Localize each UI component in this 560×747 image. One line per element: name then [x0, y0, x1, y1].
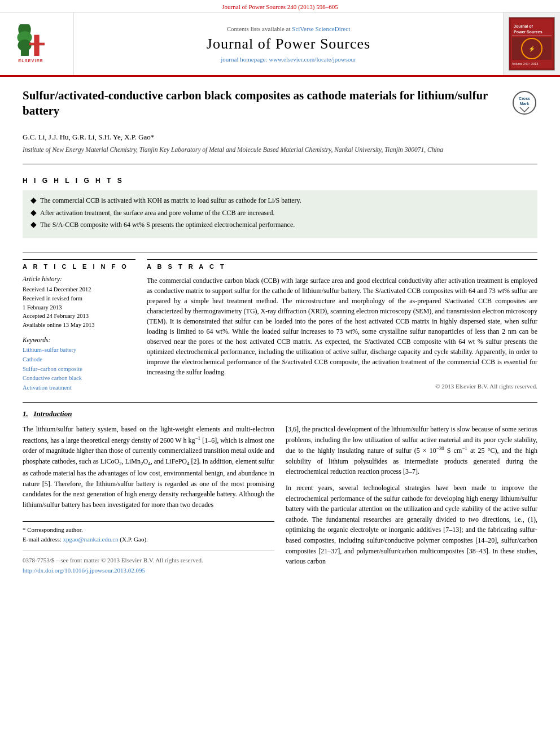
keyword-1: Lithium–sulfur battery [23, 346, 135, 355]
top-banner: Journal of Power Sources 240 (2013) 598–… [0, 0, 560, 12]
article-content: Sulfur/activated-conductive carbon black… [0, 77, 560, 587]
divider-1 [23, 164, 537, 164]
svg-text:⚡: ⚡ [528, 45, 536, 53]
journal-cover-image: Journal of Power Sources ⚡ Volume 240 • … [509, 17, 555, 71]
bottom-info: 0378-7753/$ – see front matter © 2013 El… [23, 551, 274, 575]
issn-line: 0378-7753/$ – see front matter © 2013 El… [23, 556, 274, 565]
crossmark-icon: Cross Mark [512, 90, 537, 115]
elsevier-logo-area: ELSEVIER [0, 12, 73, 75]
svg-text:Mark: Mark [520, 102, 529, 106]
authors-text: G.C. Li, J.J. Hu, G.R. Li, S.H. Ye, X.P.… [23, 133, 154, 141]
abstract-header: A B S T R A C T [147, 259, 537, 270]
homepage-url: www.elsevier.com/locate/jpowsour [269, 56, 356, 63]
divider-2 [23, 252, 537, 252]
article-title: Sulfur/activated-conductive carbon black… [23, 88, 504, 119]
article-info-col: A R T I C L E I N F O Article history: R… [23, 259, 135, 393]
highlight-text-1: The commercial CCB is activated with KOH… [40, 196, 301, 206]
corresponding-author-label: * Corresponding author. [23, 525, 274, 535]
journal-cover-area: Journal of Power Sources ⚡ Volume 240 • … [504, 12, 560, 75]
abstract-col: A B S T R A C T The commercial conductiv… [147, 259, 537, 393]
bullet-1: ◆ [30, 196, 37, 206]
highlights-section: H I G H L I G H T S ◆ The commercial CCB… [23, 171, 537, 244]
keywords-title: Keywords: [23, 337, 135, 343]
received-revised-label: Received in revised form [23, 294, 135, 303]
svg-text:Journal of: Journal of [514, 24, 533, 28]
abstract-text: The commercial conductive carbon black (… [147, 276, 537, 377]
keywords-section: Keywords: Lithium–sulfur battery Cathode… [23, 337, 135, 393]
email-footnote: E-mail address: xpgao@nankai.edu.cn (X.P… [23, 535, 274, 544]
history-title: Article history: [23, 276, 135, 282]
doi-link[interactable]: http://dx.doi.org/10.1016/j.jpowsour.201… [23, 567, 145, 574]
elsevier-logo: ELSEVIER [14, 24, 59, 64]
email-link[interactable]: xpgao@nankai.edu.cn [63, 536, 118, 543]
copyright-line: © 2013 Elsevier B.V. All rights reserved… [147, 383, 537, 390]
highlight-item-1: ◆ The commercial CCB is activated with K… [30, 196, 530, 206]
email-suffix: (X.P. Gao). [120, 536, 148, 543]
sciverse-link[interactable]: SciVerse ScienceDirect [292, 25, 350, 32]
svg-rect-11 [512, 36, 552, 36]
received-date: Received 14 December 2012 [23, 285, 135, 294]
journal-homepage: journal homepage: www.elsevier.com/locat… [221, 56, 356, 63]
keyword-3: Sulfur–carbon composite [23, 365, 135, 374]
highlight-text-3: The S/A-CCB composite with 64 wt% S pres… [40, 220, 295, 230]
bullet-3: ◆ [30, 220, 37, 230]
divider-3 [23, 402, 537, 403]
section1-number: 1. [23, 409, 28, 418]
section1-title: Introduction [34, 409, 72, 418]
intro-left-para: The lithium/sulfur battery system, based… [23, 424, 274, 510]
body-left-col: The lithium/sulfur battery system, based… [23, 424, 274, 575]
keyword-5: Activation treatment [23, 383, 135, 393]
accepted-date: Accepted 24 February 2013 [23, 312, 135, 321]
article-info-abstract-section: A R T I C L E I N F O Article history: R… [23, 259, 537, 393]
highlights-box: ◆ The commercial CCB is activated with K… [23, 190, 537, 238]
revised-date: 1 February 2013 [23, 303, 135, 312]
email-label: E-mail address: [23, 536, 62, 543]
journal-header-center: Contents lists available at SciVerse Sci… [73, 12, 504, 75]
article-info-header: A R T I C L E I N F O [23, 259, 135, 270]
highlight-text-2: After activation treatment, the surface … [40, 208, 274, 218]
page-wrapper: Journal of Power Sources 240 (2013) 598–… [0, 0, 560, 587]
intro-right-para-2: In recent years, several technological s… [286, 483, 537, 567]
elsevier-tree-icon: ELSEVIER [14, 24, 59, 64]
svg-text:Cross: Cross [519, 97, 530, 101]
section1-heading: 1. Introduction [23, 409, 537, 418]
highlights-title: H I G H L I G H T S [23, 177, 537, 185]
intro-right-para-1: [3,6], the practical development of the … [286, 424, 537, 477]
keyword-4: Conductive carbon black [23, 374, 135, 383]
authors-line: G.C. Li, J.J. Hu, G.R. Li, S.H. Ye, X.P.… [23, 133, 537, 142]
article-title-section: Sulfur/activated-conductive carbon black… [23, 88, 537, 125]
journal-citation: Journal of Power Sources 240 (2013) 598–… [222, 3, 338, 10]
highlight-item-3: ◆ The S/A-CCB composite with 64 wt% S pr… [30, 220, 530, 230]
sciverse-line: Contents lists available at SciVerse Sci… [227, 25, 350, 32]
body-two-col: The lithium/sulfur battery system, based… [23, 424, 537, 575]
footnote-area: * Corresponding author. E-mail address: … [23, 521, 274, 544]
svg-text:Power Sources: Power Sources [514, 30, 542, 34]
svg-text:Volume 240 • 2013: Volume 240 • 2013 [512, 62, 538, 65]
body-right-col: [3,6], the practical development of the … [286, 424, 537, 575]
available-date: Available online 13 May 2013 [23, 321, 135, 330]
highlight-item-2: ◆ After activation treatment, the surfac… [30, 208, 530, 218]
bullet-2: ◆ [30, 208, 37, 218]
keyword-2: Cathode [23, 355, 135, 365]
svg-rect-5 [29, 42, 45, 45]
sciverse-label: Contents lists available at [227, 25, 291, 32]
journal-header: ELSEVIER Contents lists available at Sci… [0, 12, 560, 77]
homepage-label: journal homepage: [221, 56, 267, 63]
affiliation-line: Institute of New Energy Material Chemist… [23, 145, 537, 155]
journal-title: Journal of Power Sources [207, 36, 370, 53]
cover-svg: Journal of Power Sources ⚡ Volume 240 • … [509, 18, 554, 70]
crossmark-badge: Cross Mark [512, 90, 537, 116]
svg-text:ELSEVIER: ELSEVIER [18, 58, 43, 63]
